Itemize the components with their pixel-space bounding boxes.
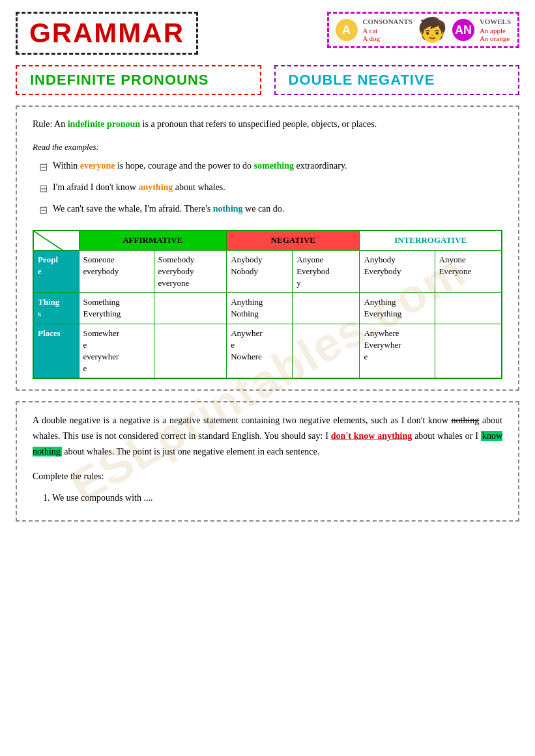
example-3-before: We can't save the whale, I'm afraid. The… [53, 204, 213, 214]
people-affirmative-1: Someoneeverybody [79, 250, 154, 293]
double-negative-paragraph: A double negative is a negative is a neg… [33, 413, 502, 459]
rule-text: Rule: An indefinite pronoun is a pronoun… [33, 117, 502, 132]
example-1-text: Within everyone is hope, courage and the… [53, 159, 347, 173]
table-row-people: People Someoneeverybody Somebodyeverybod… [33, 250, 502, 293]
row-header-people: People [33, 250, 79, 293]
things-affirmative-1: SomethingEverything [79, 293, 154, 324]
example-1: ⊟ Within everyone is hope, courage and t… [39, 159, 502, 175]
examples-list: ⊟ Within everyone is hope, courage and t… [33, 159, 502, 218]
main-content: Rule: An indefinite pronoun is a pronoun… [16, 105, 519, 391]
svg-line-0 [34, 231, 78, 250]
grammar-box: GRAMMAR [16, 12, 198, 55]
dn-highlight-red: don't know anything [331, 431, 412, 441]
things-interrogative-1: AnythingEverything [360, 293, 435, 324]
indefinite-pronouns-header: INDEFINITE PRONOUNS [16, 65, 261, 95]
dn-after: about whales. The point is just one nega… [62, 447, 320, 456]
rule-highlight: indefinite pronoun [68, 119, 140, 129]
things-negative-1: AnythingNothing [227, 293, 293, 324]
things-affirmative-2 [154, 293, 227, 324]
places-affirmative-2 [154, 324, 227, 378]
things-interrogative-2 [435, 293, 502, 324]
people-negative-2: AnyoneEverybody [293, 250, 360, 293]
table-row-things: Things SomethingEverything AnythingNothi… [33, 293, 502, 324]
example-3: ⊟ We can't save the whale, I'm afraid. T… [39, 202, 502, 218]
col-header-interrogative: INTERROGATIVE [360, 231, 502, 250]
table-row-places: Places Somewhereeverywhere AnywhereNowhe… [33, 324, 502, 378]
consonants-examples: A catA dog [363, 27, 412, 42]
read-examples-label: Read the examples: [33, 142, 502, 152]
a-an-card: A CONSONANTS A catA dog 🧒 AN VOWELS An a… [327, 12, 519, 48]
example-1-after: extraordinary. [294, 161, 347, 171]
example-1-everyone: everyone [80, 161, 115, 171]
bullet-icon-2: ⊟ [39, 181, 48, 197]
rule-prefix: Rule: An [33, 119, 68, 129]
table-corner-cell [33, 231, 79, 250]
example-2-text: I'm afraid I don't know anything about w… [53, 180, 225, 194]
example-2-before: I'm afraid I don't know [53, 182, 138, 192]
example-2-after: about whales. [173, 182, 225, 192]
example-3-nothing: nothing [213, 204, 243, 214]
rule-item-1-text: We use compounds with .... [52, 493, 152, 503]
an-badge: AN [452, 19, 474, 41]
double-neg-title: DOUBLE NEGATIVE [289, 72, 435, 88]
student-figure: 🧒 [418, 18, 447, 42]
vowels-examples: An appleAn orange [480, 27, 511, 42]
indefinite-title: INDEFINITE PRONOUNS [30, 72, 209, 88]
rules-list: We use compounds with .... [33, 490, 502, 506]
bottom-content: A double negative is a negative is a neg… [16, 401, 519, 522]
dn-strikethrough: nothing [452, 415, 480, 425]
rule-item-1: We use compounds with .... [52, 490, 502, 506]
consonants-info: CONSONANTS A catA dog [363, 18, 412, 42]
places-negative-1: AnywhereNowhere [227, 324, 293, 378]
a-badge: A [336, 19, 358, 41]
example-2-anything: anything [138, 182, 173, 192]
people-affirmative-2: Somebodyeverybodyeveryone [154, 250, 227, 293]
places-interrogative-2 [435, 324, 502, 378]
example-2: ⊟ I'm afraid I don't know anything about… [39, 180, 502, 197]
things-negative-2 [293, 293, 360, 324]
row-header-things: Things [33, 293, 79, 324]
consonants-label: CONSONANTS [363, 18, 412, 25]
dn-middle2: about whales or I [412, 431, 481, 441]
places-affirmative-1: Somewhereeverywhere [79, 324, 154, 378]
places-negative-2 [293, 324, 360, 378]
vowels-label: VOWELS [480, 18, 511, 25]
row-header-places: Places [33, 324, 79, 378]
people-interrogative-1: AnybodyEverybody [360, 250, 435, 293]
col-header-affirmative: AFFIRMATIVE [79, 231, 227, 250]
example-3-after: we can do. [243, 204, 285, 214]
grammar-title: GRAMMAR [29, 18, 184, 48]
double-negative-header: DOUBLE NEGATIVE [274, 65, 520, 95]
bullet-icon-1: ⊟ [39, 160, 48, 175]
example-1-middle: is hope, courage and the power to do [115, 161, 253, 171]
people-interrogative-2: AnyoneEveryone [435, 250, 502, 293]
col-header-negative: NEGATIVE [227, 231, 360, 250]
example-1-before: Within [53, 161, 80, 171]
dn-before: A double negative is a negative is a neg… [33, 415, 452, 425]
pronouns-table: AFFIRMATIVE NEGATIVE INTERROGATIVE Peopl… [33, 230, 502, 379]
places-interrogative-1: AnywhereEverywhere [360, 324, 435, 378]
example-3-text: We can't save the whale, I'm afraid. The… [53, 202, 284, 216]
header-row: GRAMMAR A CONSONANTS A catA dog 🧒 AN VOW… [16, 12, 519, 55]
rule-suffix: is a pronoun that refers to unspecified … [140, 119, 377, 129]
complete-rules-label: Complete the rules: [33, 469, 502, 484]
example-1-something: something [254, 161, 294, 171]
people-negative-1: AnybodyNobody [227, 250, 293, 293]
vowels-info: VOWELS An appleAn orange [480, 18, 511, 42]
bullet-icon-3: ⊟ [39, 203, 48, 218]
